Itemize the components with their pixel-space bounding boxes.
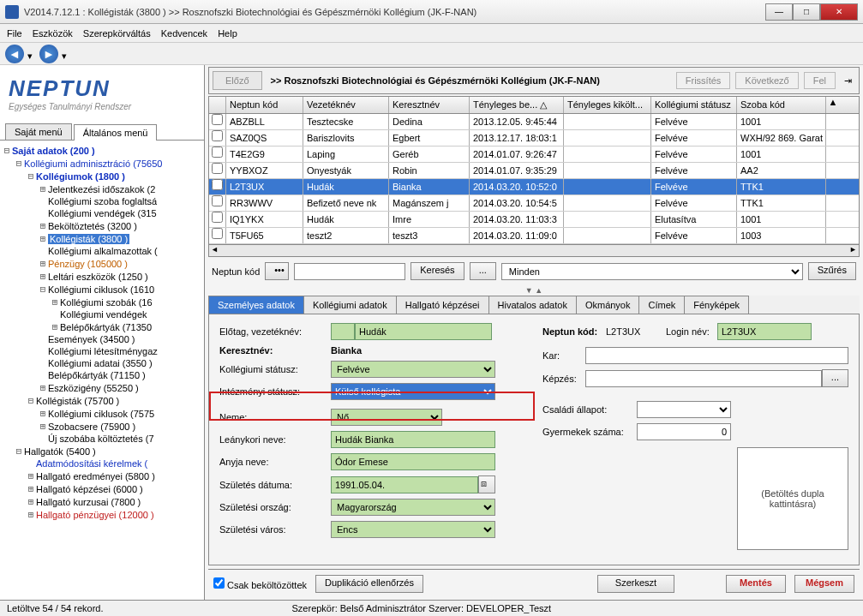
tab-altalanos-menu[interactable]: Általános menü (74, 124, 158, 141)
menu-file[interactable]: File (7, 28, 22, 39)
save-button[interactable]: Mentés (726, 575, 786, 593)
next-button[interactable]: Következő (735, 72, 798, 89)
maximize-button[interactable]: □ (793, 3, 820, 21)
tree-node[interactable]: ⊞Hallgató pénzügyei (12000 ) (2, 508, 202, 521)
kepz-more-button[interactable]: ... (822, 369, 848, 387)
tree-node[interactable]: ⊞Leltári eszközök (1250 ) (2, 270, 202, 283)
dup-check-button[interactable]: Duplikáció ellenőrzés (315, 575, 423, 593)
prev-button[interactable]: Előző (213, 71, 262, 90)
refresh-button[interactable]: Frissítés (676, 72, 731, 89)
nem-select[interactable]: Nő (331, 409, 442, 426)
tree-node[interactable]: Kollégiumi adatai (3550 ) (2, 357, 202, 369)
szul-input[interactable] (331, 476, 478, 493)
istat-select[interactable]: Külső kollégista (331, 383, 495, 400)
nav-forward-menu[interactable]: ▾ (62, 51, 70, 57)
tree-node[interactable]: Kollégiumi vendégek (315 (2, 207, 202, 219)
leany-input[interactable] (331, 431, 495, 448)
detail-tab[interactable]: Okmányok (576, 296, 640, 314)
table-row[interactable]: T4E2G9LapingGeréb2014.01.07. 9:26:47Felv… (209, 147, 859, 163)
tree-node[interactable]: ⊞Kollégiumi ciklusok (7575 (2, 407, 202, 420)
tree-node[interactable]: ⊞Eszközigény (55250 ) (2, 381, 202, 394)
search-input[interactable] (294, 263, 405, 280)
menu-szerepkörváltás[interactable]: Szerepkörváltás (83, 28, 151, 39)
menu-kedvencek[interactable]: Kedvencek (161, 28, 207, 39)
tree-node[interactable]: ⊟Kollégiumi adminisztráció (75650 (2, 157, 202, 170)
filter-select[interactable]: Minden (501, 263, 803, 280)
tree-node[interactable]: Események (34500 ) (2, 333, 202, 345)
detail-tab[interactable]: Hallgató képzései (396, 296, 489, 314)
table-row[interactable]: SAZ0QSBariszlovitsEgbert2013.12.17. 18:0… (209, 130, 859, 147)
col-header[interactable]: Keresztnév (389, 97, 470, 113)
tree-node[interactable]: Belépőkártyák (71150 ) (2, 369, 202, 381)
only-moved-checkbox[interactable]: Csak beköltözöttek (213, 577, 307, 590)
search-button[interactable]: Keresés (411, 262, 464, 280)
menu-eszközök[interactable]: Eszközök (33, 28, 73, 39)
detail-tab[interactable]: Hivatalos adatok (488, 296, 577, 314)
col-header[interactable]: Neptun kód (226, 97, 303, 113)
tree-node[interactable]: ⊞Kollégisták (3800 ) (2, 232, 202, 245)
tree-node[interactable]: ⊞Jelentkezési időszakok (2 (2, 182, 202, 195)
orsz-select[interactable]: Magyarország (331, 499, 495, 516)
tree-node[interactable]: ⊞Hallgató kurzusai (7800 ) (2, 495, 202, 508)
table-row[interactable]: IQ1YKXHudákImre2014.03.20. 11:03:3Elutas… (209, 212, 859, 228)
tree-node[interactable]: Kollégiumi vendégek (2, 308, 202, 320)
col-header[interactable]: Vezetéknév (303, 97, 389, 113)
menu-help[interactable]: Help (218, 28, 237, 39)
pin-icon[interactable]: ⇥ (841, 75, 855, 87)
csal-select[interactable] (637, 401, 731, 418)
anya-input[interactable] (331, 453, 495, 470)
lastname-input[interactable] (355, 323, 492, 340)
table-row[interactable]: L2T3UXHudákBianka2014.03.20. 10:52:0Felv… (209, 179, 859, 195)
tree-node[interactable]: ⊞Beköltöztetés (3200 ) (2, 219, 202, 232)
tree-node[interactable]: Kollégiumi létesítménygaz (2, 345, 202, 357)
filter-button[interactable]: Szűrés (808, 262, 856, 280)
gyerm-input[interactable] (637, 423, 731, 440)
col-header[interactable]: Tényleges be... △ (470, 97, 564, 113)
tree-node[interactable]: ⊟Kollégiumi ciklusok (1610 (2, 283, 202, 296)
kepz-input[interactable] (585, 370, 822, 387)
grid-scrollbar[interactable] (209, 244, 859, 256)
up-button[interactable]: Fel (804, 72, 836, 89)
table-row[interactable]: RR3WWVBefizető neve nkMagánszem j2014.03… (209, 195, 859, 212)
kstat-select[interactable]: Felvéve (331, 361, 495, 378)
calendar-icon[interactable]: ⧇ (478, 475, 495, 493)
kar-input[interactable] (585, 347, 848, 364)
table-row[interactable]: ABZBLLTesztecskeDedina2013.12.05. 9:45:4… (209, 114, 859, 130)
nav-back-button[interactable]: ◄ (5, 45, 24, 63)
edit-button[interactable]: Szerkeszt (597, 575, 674, 593)
data-grid[interactable]: Neptun kódVezetéknévKeresztnévTényleges … (208, 96, 860, 257)
tree-node[interactable]: Kollégiumi szoba foglaltsá (2, 195, 202, 207)
detail-tab[interactable]: Személyes adatok (208, 296, 304, 314)
tree-node[interactable]: ⊞Pénzügy (105000 ) (2, 257, 202, 270)
tree-node[interactable]: ⊞Hallgató eredményei (5800 ) (2, 469, 202, 482)
tree-node[interactable]: ⊟Saját adatok (200 ) (2, 144, 202, 157)
nav-back-menu[interactable]: ▾ (27, 51, 36, 57)
tree-node[interactable]: ⊞Szobacsere (75900 ) (2, 420, 202, 433)
tree-node[interactable]: ⊟Kollégiumok (1800 ) (2, 170, 202, 182)
table-row[interactable]: T5FU65teszt2teszt32014.03.20. 11:09:0Fel… (209, 228, 859, 244)
prefix-input[interactable] (331, 323, 355, 340)
tree-node[interactable]: Adatmódosítási kérelmek ( (2, 458, 202, 469)
tree-node[interactable]: Kollégiumi alkalmazottak ( (2, 245, 202, 257)
col-header[interactable]: Kollégiumi státusz (651, 97, 737, 113)
nav-tree[interactable]: ⊟Saját adatok (200 )⊟Kollégiumi adminisz… (0, 141, 204, 600)
col-header[interactable]: Szoba kód (737, 97, 826, 113)
search-mask-button[interactable]: ••• (265, 262, 289, 280)
splitter[interactable]: ▼ ▲ (208, 285, 860, 296)
tree-node[interactable]: ⊟Hallgatók (5400 ) (2, 445, 202, 458)
search-more-button[interactable]: ... (470, 262, 496, 280)
photo-placeholder[interactable]: (Betöltés dupla kattintásra) (737, 447, 848, 550)
close-button[interactable]: ✕ (820, 3, 858, 21)
minimize-button[interactable]: — (765, 3, 793, 21)
tree-node[interactable]: ⊟Kollégisták (75700 ) (2, 394, 202, 407)
col-header[interactable]: Tényleges kikölt... (564, 97, 651, 113)
tree-node[interactable]: Új szobába költöztetés (7 (2, 433, 202, 445)
login-input[interactable] (717, 323, 812, 340)
nav-forward-button[interactable]: ► (39, 45, 58, 63)
varos-select[interactable]: Encs (331, 521, 495, 538)
tree-node[interactable]: ⊞Kollégiumi szobák (16 (2, 296, 202, 308)
tree-node[interactable]: ⊞Belépőkártyák (71350 (2, 320, 202, 333)
detail-tab[interactable]: Kollégiumi adatok (303, 296, 397, 314)
cancel-button[interactable]: Mégsem (794, 575, 854, 593)
tree-node[interactable]: ⊞Hallgató képzései (6000 ) (2, 482, 202, 495)
